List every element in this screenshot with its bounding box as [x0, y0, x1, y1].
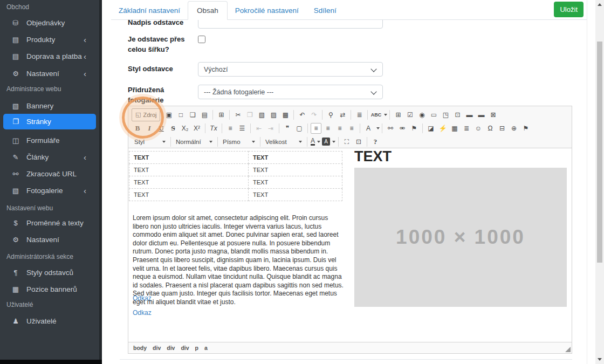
- paste-word-icon[interactable]: ▩: [280, 109, 291, 120]
- format-combo[interactable]: Normální: [173, 136, 215, 147]
- editor-body[interactable]: TEXT TEXT TEXT TEXT TEXT TEXT TEXT: [128, 148, 572, 342]
- table-icon[interactable]: ▦: [449, 123, 460, 134]
- flash-icon[interactable]: ⚡: [437, 123, 448, 134]
- table-header-cell[interactable]: TEXT: [129, 152, 249, 164]
- tab-obsah[interactable]: Obsah: [188, 1, 228, 20]
- print-icon[interactable]: ▤: [199, 109, 210, 120]
- sidebar-item-zkracovac-url[interactable]: ⚯Zkracovač URL: [0, 166, 99, 182]
- sidebar-item-clanky[interactable]: ✎Články‹: [0, 149, 99, 165]
- form-icon[interactable]: ⊞: [393, 109, 403, 120]
- text-color-icon[interactable]: A: [310, 136, 321, 147]
- path-element-div[interactable]: div: [153, 345, 161, 351]
- sidebar-item-stranky[interactable]: ❐Stránky: [3, 114, 96, 129]
- help-icon[interactable]: ?: [370, 136, 381, 147]
- page-scrollbar[interactable]: [595, 0, 604, 364]
- content-link[interactable]: Odkaz: [133, 309, 152, 317]
- anchor-icon[interactable]: ⚑: [409, 123, 420, 134]
- smiley-icon[interactable]: ☺: [473, 123, 484, 134]
- iframe-icon[interactable]: ⊕: [509, 123, 519, 134]
- image-icon[interactable]: ◪: [425, 123, 436, 134]
- table-header-cell[interactable]: TEXT: [249, 152, 342, 164]
- find-icon[interactable]: ⚲: [325, 109, 336, 120]
- align-right-icon[interactable]: ≡: [334, 123, 345, 134]
- table-cell[interactable]: TEXT: [249, 189, 342, 201]
- image-button-icon[interactable]: ▬: [476, 109, 486, 120]
- save-icon[interactable]: ▣: [163, 109, 174, 120]
- checkbox-icon[interactable]: ☑: [404, 109, 415, 120]
- size-combo[interactable]: Velikost: [263, 136, 305, 147]
- justify-icon[interactable]: ≡: [346, 123, 357, 134]
- sidebar-item-pozice-banneru[interactable]: ▦Pozice bannerů: [0, 281, 99, 297]
- underline-icon[interactable]: U: [156, 123, 167, 134]
- replace-icon[interactable]: ⇄: [337, 109, 348, 120]
- cut-icon[interactable]: ✂: [232, 109, 243, 120]
- content-image-placeholder[interactable]: 1000 × 1000: [354, 168, 567, 307]
- bg-color-icon[interactable]: A: [322, 136, 335, 147]
- sidebar-item-doprava-a-platba[interactable]: ▤Doprava a platba‹: [0, 48, 99, 64]
- style-combo[interactable]: Styl: [132, 136, 168, 147]
- pridruzena-fotogalerie-select[interactable]: --- Žádná fotogalerie ---: [198, 85, 383, 99]
- styl-odstavce-select[interactable]: Výchozí: [198, 62, 383, 77]
- numbered-list-icon[interactable]: ≡: [225, 123, 236, 134]
- language-icon[interactable]: A: [363, 123, 374, 134]
- div-container-icon[interactable]: ▢: [294, 123, 305, 134]
- text-field-icon[interactable]: ▭: [428, 109, 439, 120]
- source-button[interactable]: ◱Zdroj: [132, 108, 160, 121]
- maximize-icon[interactable]: ⛶: [341, 136, 352, 147]
- table-cell[interactable]: TEXT: [249, 164, 342, 176]
- sidebar-item-styly-odstavcu[interactable]: ¶Styly odstavců: [0, 264, 99, 280]
- sidebar-item-produkty[interactable]: ▤Produkty‹: [0, 31, 99, 47]
- blockquote-icon[interactable]: ❞: [282, 123, 293, 134]
- undo-icon[interactable]: ↶: [297, 109, 307, 120]
- select-all-icon[interactable]: ≣: [354, 109, 365, 120]
- strikethrough-icon[interactable]: S: [168, 123, 179, 134]
- sidebar-item-fotogalerie[interactable]: ▧Fotogalerie‹: [0, 182, 99, 198]
- editor-resize-handle[interactable]: [565, 347, 571, 352]
- special-char-icon[interactable]: Ω: [485, 123, 496, 134]
- content-link[interactable]: Odkaz: [133, 294, 152, 302]
- table-cell[interactable]: TEXT: [129, 189, 249, 201]
- bold-icon[interactable]: B: [132, 123, 143, 134]
- sidebar-item-nastaveni[interactable]: ⚙Nastavení‹: [0, 65, 99, 81]
- content-paragraph[interactable]: Lorem ipsum dolor sit amet, consectetur …: [133, 214, 344, 307]
- path-element-div[interactable]: div: [167, 345, 175, 351]
- horizontal-rule-icon[interactable]: ≣: [461, 123, 472, 134]
- radio-icon[interactable]: ◉: [416, 109, 427, 120]
- select-field-icon[interactable]: ⊡: [452, 109, 463, 120]
- table-cell[interactable]: TEXT: [129, 176, 249, 189]
- superscript-icon[interactable]: X²: [191, 123, 202, 134]
- unlink-icon[interactable]: ⚮: [397, 123, 408, 134]
- page-break-icon[interactable]: ⊟: [497, 123, 507, 134]
- show-blocks-icon[interactable]: ⊡: [353, 136, 364, 147]
- subscript-icon[interactable]: X₂: [180, 123, 190, 134]
- fullwidth-checkbox[interactable]: [198, 36, 205, 43]
- new-page-icon[interactable]: □: [175, 109, 186, 120]
- templates-icon[interactable]: ⊞: [216, 109, 226, 120]
- paste-text-icon[interactable]: ▨: [268, 109, 279, 120]
- align-left-icon[interactable]: ≡: [311, 123, 321, 134]
- content-heading[interactable]: TEXT: [354, 148, 392, 165]
- remove-format-icon[interactable]: Tx: [208, 123, 219, 134]
- outdent-icon[interactable]: ⇤: [253, 123, 264, 134]
- textarea-icon[interactable]: ◳: [440, 109, 451, 120]
- tab-pokrocile-nastaveni[interactable]: Pokročilé nastavení: [228, 2, 306, 19]
- table-cell[interactable]: TEXT: [249, 176, 342, 189]
- align-center-icon[interactable]: ≡: [322, 123, 333, 134]
- path-element-body[interactable]: body: [133, 345, 147, 351]
- redo-icon[interactable]: ↷: [308, 109, 319, 120]
- save-button[interactable]: Uložit: [554, 2, 584, 17]
- scroll-up-icon[interactable]: [598, 3, 602, 6]
- link-icon[interactable]: ⚯: [385, 123, 396, 134]
- preview-icon[interactable]: ❏: [187, 109, 198, 120]
- path-element-p[interactable]: p: [195, 345, 198, 351]
- scrollbar-thumb[interactable]: [597, 42, 602, 263]
- flag-icon[interactable]: ⚑: [520, 123, 531, 134]
- tab-zakladni-nastaveni[interactable]: Základní nastavení: [111, 2, 188, 19]
- table-cell[interactable]: TEXT: [129, 164, 249, 176]
- sidebar-item-formulare[interactable]: ◫Formuláře: [0, 132, 99, 148]
- sidebar-item-promenne-a-texty[interactable]: $Proměnné a texty: [0, 215, 99, 231]
- copy-icon[interactable]: ❐: [244, 109, 255, 120]
- path-element-div[interactable]: div: [181, 345, 189, 351]
- bulleted-list-icon[interactable]: ☰: [237, 123, 248, 134]
- sidebar-item-nastaveni-webu[interactable]: ⚙Nastavení: [0, 231, 99, 248]
